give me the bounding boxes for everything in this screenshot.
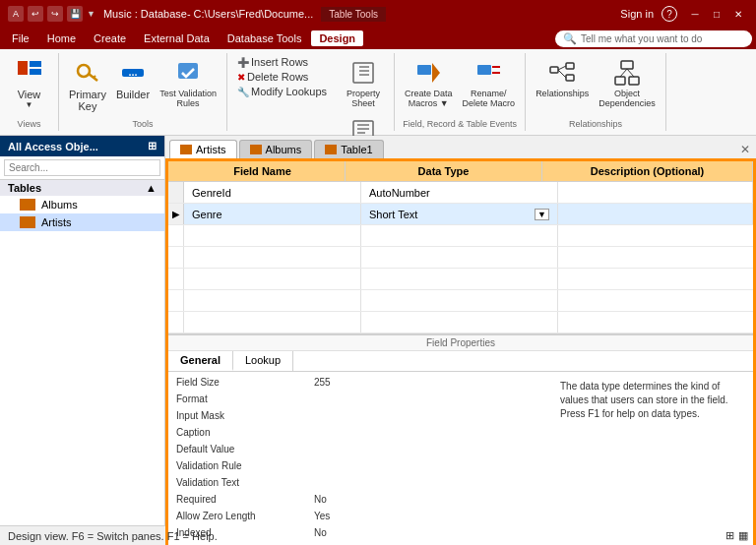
nav-item-artists[interactable]: Artists <box>0 213 164 231</box>
builder-button[interactable]: ... Builder <box>112 55 154 102</box>
input-mask-value[interactable] <box>310 409 552 426</box>
albums-tab-icon <box>250 145 262 154</box>
menu-home[interactable]: Home <box>39 30 84 46</box>
row2-description[interactable] <box>558 204 753 224</box>
sign-in-link[interactable]: Sign in <box>620 8 654 20</box>
tell-me-box[interactable]: 🔍 Tell me what you want to do <box>555 30 752 47</box>
ribbon-group-showhide: ➕ Insert Rows ✖ Delete Rows 🔧 Modify Loo… <box>227 53 395 131</box>
svg-rect-2 <box>30 69 41 75</box>
svg-line-30 <box>620 69 627 77</box>
views-buttons: View ▼ <box>10 55 49 117</box>
lookup-tab[interactable]: Lookup <box>233 351 293 371</box>
nav-pane-header[interactable]: All Access Obje... ⊞ <box>0 136 164 156</box>
default-value-value[interactable] <box>310 443 552 459</box>
events-group-label: Field, Record & Table Events <box>403 117 517 129</box>
access-logo-icon: A <box>8 6 24 22</box>
view-dropdown-icon: ▼ <box>26 100 33 109</box>
nav-pane-chevron[interactable]: ⊞ <box>148 140 157 152</box>
tab-table1[interactable]: Table1 <box>314 140 383 158</box>
modify-lookups-button[interactable]: 🔧 Modify Lookups <box>233 85 331 98</box>
prop-caption: Caption <box>172 426 552 443</box>
menu-database-tools[interactable]: Database Tools <box>220 30 310 46</box>
nav-search[interactable] <box>0 156 164 180</box>
tables-section-header[interactable]: Tables ▲ <box>0 180 164 196</box>
insert-rows-icon: ➕ <box>237 57 249 68</box>
menu-file[interactable]: File <box>4 30 37 46</box>
row1-field-name[interactable]: GenreId <box>184 182 361 203</box>
property-sheet-button[interactable]: Property Sheet <box>339 55 388 110</box>
delete-rows-button[interactable]: ✖ Delete Rows <box>233 70 331 84</box>
ribbon: View ▼ Views Primary Key <box>0 49 756 136</box>
close-button[interactable]: ✕ <box>728 6 748 22</box>
property-sheet-label2: Sheet <box>351 98 375 108</box>
view-icon-status[interactable]: ⊞ <box>725 529 734 542</box>
test-validation-icon <box>172 57 204 89</box>
row2-data-type[interactable]: Short Text ▼ <box>361 204 558 224</box>
tools-buttons: Primary Key ... Builder <box>65 55 220 117</box>
tell-me-text: Tell me what you want to do <box>581 33 702 44</box>
menu-design[interactable]: Design <box>311 30 363 46</box>
empty-row-5 <box>168 312 753 333</box>
undo-icon[interactable]: ↩ <box>28 6 43 22</box>
object-dependencies-button[interactable]: Object Dependencies <box>595 55 660 110</box>
empty-row-1 <box>168 225 753 247</box>
data-type-dropdown-icon[interactable]: ▼ <box>535 209 549 220</box>
views-group-label: Views <box>18 117 41 129</box>
prop-input-mask: Input Mask <box>172 409 552 426</box>
window-controls[interactable]: ─ □ ✕ <box>685 6 748 22</box>
validation-text-value[interactable] <box>310 476 552 493</box>
required-value[interactable]: No <box>310 493 552 510</box>
empty-row-2 <box>168 247 753 269</box>
create-macros-label: Create Data <box>405 89 453 98</box>
create-data-macros-button[interactable]: Create Data Macros ▼ <box>401 55 457 110</box>
default-value-key: Default Value <box>172 443 310 459</box>
table1-tab-label: Table1 <box>341 144 372 155</box>
field-properties-content: Field Size 255 Format Input Mask Cap <box>168 372 753 545</box>
rename-delete-macro-button[interactable]: Rename/ Delete Macro <box>459 55 520 110</box>
minimize-button[interactable]: ─ <box>685 6 705 22</box>
row1-data-type[interactable]: AutoNumber <box>361 182 558 203</box>
modify-lookups-label: Modify Lookups <box>251 86 327 97</box>
insert-rows-button[interactable]: ➕ Insert Rows <box>233 55 331 69</box>
format-value[interactable] <box>310 393 552 409</box>
prop-indexed: Indexed No <box>172 526 552 543</box>
maximize-button[interactable]: □ <box>707 6 726 22</box>
indexed-value[interactable]: No <box>310 526 552 543</box>
save-icon[interactable]: 💾 <box>67 6 83 22</box>
search-input[interactable] <box>4 159 160 176</box>
layout-icon-status[interactable]: ▦ <box>738 529 748 542</box>
nav-item-albums[interactable]: Albums <box>0 196 164 213</box>
help-icon[interactable]: ? <box>662 6 677 22</box>
row1-description[interactable] <box>558 182 753 203</box>
svg-rect-17 <box>417 65 431 75</box>
primary-key-button[interactable]: Primary Key <box>65 55 110 114</box>
tab-albums[interactable]: Albums <box>239 140 313 158</box>
view-button[interactable]: View ▼ <box>10 55 49 111</box>
row2-field-name[interactable]: Genre <box>184 204 361 224</box>
menu-create[interactable]: Create <box>86 30 134 46</box>
caption-value[interactable] <box>310 426 552 443</box>
empty-row-3 <box>168 269 753 290</box>
test-validation-label2: Rules <box>177 98 200 108</box>
allow-zero-value[interactable]: Yes <box>310 510 552 526</box>
general-tab[interactable]: General <box>168 351 233 371</box>
close-tab-icon[interactable]: ✕ <box>734 141 756 158</box>
property-sheet-label: Property <box>346 89 380 98</box>
tab-artists[interactable]: Artists <box>169 140 237 158</box>
field-size-value[interactable]: 255 <box>310 376 552 393</box>
menu-bar: File Home Create External Data Database … <box>0 28 756 49</box>
relationships-button[interactable]: Relationships <box>532 55 593 100</box>
required-key: Required <box>172 493 310 510</box>
prop-default-value: Default Value <box>172 443 552 459</box>
property-sheet-icon <box>347 57 379 89</box>
row1-indicator <box>168 182 184 203</box>
view-label: View <box>18 89 41 100</box>
test-validation-button[interactable]: Test Validation Rules <box>156 55 220 110</box>
redo-icon[interactable]: ↪ <box>47 6 63 22</box>
modify-lookups-icon: 🔧 <box>237 87 249 97</box>
menu-external-data[interactable]: External Data <box>136 30 218 46</box>
validation-rule-value[interactable] <box>310 459 552 476</box>
relationships-buttons: Relationships Object Dependencies <box>532 55 660 117</box>
field-properties-tabs: General Lookup <box>168 351 753 372</box>
status-text: Design view. F6 = Switch panes. F1 = Hel… <box>8 530 218 542</box>
